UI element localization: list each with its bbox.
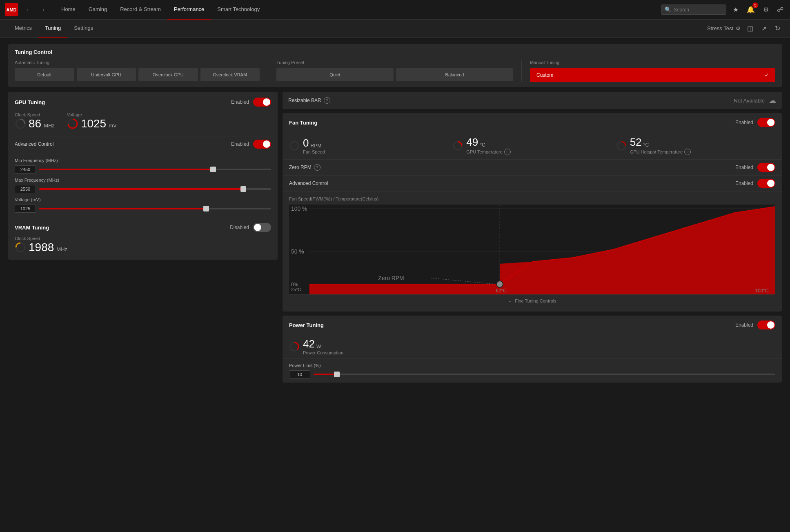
vram-panel-header: VRAM Tuning Disabled: [15, 223, 271, 232]
nav-gaming[interactable]: Gaming: [82, 0, 114, 20]
voltage-mv-slider-row: 1025: [15, 205, 271, 213]
voltage-mv-label: Voltage (mV): [15, 197, 271, 202]
export-icon[interactable]: ➚: [760, 23, 768, 34]
advanced-control-toggle[interactable]: [253, 140, 271, 149]
undervolt-gpu-btn[interactable]: Undervolt GPU: [77, 68, 136, 81]
vram-tuning-section: VRAM Tuning Disabled Clock Speed: [15, 217, 271, 254]
voltage-value-row: 1025 mV: [67, 117, 117, 130]
quiet-btn[interactable]: Quiet: [276, 68, 394, 81]
nav-record[interactable]: Record & Stream: [113, 0, 167, 20]
nav-smart[interactable]: Smart Technology: [211, 0, 266, 20]
fan-chart-svg: 100 % 50 % 0% 62°C 100°C 25°C Zero RPM: [289, 205, 775, 294]
fan-enabled-toggle[interactable]: [757, 118, 775, 127]
power-limit-value[interactable]: 10: [289, 370, 310, 378]
fan-adv-enabled-label: Enabled: [735, 180, 753, 186]
voltage-mv-thumb[interactable]: [203, 206, 209, 211]
min-freq-label: Min Frequency (MHz): [15, 158, 271, 163]
power-consumption-row: 42 W Power Consumption: [283, 334, 782, 359]
min-freq-thumb[interactable]: [210, 167, 216, 172]
refresh-icon[interactable]: ↻: [773, 23, 782, 34]
min-freq-track[interactable]: [39, 169, 271, 170]
voltage-mv-value[interactable]: 1025: [15, 205, 36, 213]
max-freq-track[interactable]: [39, 188, 271, 190]
overclock-vram-btn[interactable]: Overclock VRAM: [200, 68, 260, 81]
nav-items: Home Gaming Record & Stream Performance …: [55, 0, 661, 20]
search-input[interactable]: [674, 7, 723, 13]
tab-tuning[interactable]: Tuning: [38, 20, 67, 38]
main-content: Tuning Control Automatic Tuning Default …: [0, 38, 790, 389]
vram-enabled-toggle[interactable]: [253, 223, 271, 232]
tab-metrics[interactable]: Metrics: [8, 20, 38, 38]
svg-text:50 %: 50 %: [291, 248, 304, 255]
monitor-icon[interactable]: ◫: [745, 23, 755, 34]
clock-gauge: [15, 118, 26, 129]
default-btn[interactable]: Default: [15, 68, 74, 81]
gpu-tuning-panel: GPU Tuning Enabled Clock Speed: [8, 92, 278, 260]
gpu-enabled-toggle[interactable]: [253, 98, 271, 107]
zero-rpm-toggle[interactable]: [757, 163, 775, 172]
notifications-icon[interactable]: 🔔 5: [745, 4, 757, 15]
svg-text:25°C: 25°C: [291, 287, 301, 292]
stress-test-button[interactable]: Stress Test ⚙: [707, 25, 741, 31]
help-icon[interactable]: ☍: [775, 4, 785, 15]
advanced-enabled-label: Enabled: [231, 141, 249, 147]
nav-performance[interactable]: Performance: [167, 0, 211, 20]
checkmark-icon: ✓: [765, 72, 769, 78]
zero-rpm-info-icon[interactable]: ?: [314, 164, 320, 171]
resizable-bar-info-icon[interactable]: ?: [324, 97, 330, 104]
power-limit-track[interactable]: [314, 374, 775, 375]
svg-point-3: [290, 142, 298, 150]
gpu-hotspot-info-icon[interactable]: ?: [684, 149, 691, 155]
fan-panel-header: Fan Tuning Enabled: [283, 113, 782, 132]
cloud-icon: ☁: [769, 96, 776, 105]
voltage-mv-track[interactable]: [39, 208, 271, 209]
chevron-down-icon: ⌄: [508, 298, 512, 303]
svg-text:100°C: 100°C: [755, 288, 769, 294]
power-consumption-value: 42: [303, 338, 315, 350]
gpu-hotspot-metric: 52 °C GPU Hotspot Temperature ?: [616, 136, 775, 155]
stress-test-icon: ⚙: [736, 25, 741, 31]
power-enabled-label: Enabled: [735, 322, 753, 328]
gpu-temp-value-row: 49 °C: [466, 136, 510, 149]
favorites-icon[interactable]: ★: [731, 4, 740, 15]
back-button[interactable]: ←: [23, 4, 34, 15]
fan-chart-container[interactable]: 100 % 50 % 0% 62°C 100°C 25°C Zero RPM: [289, 205, 775, 294]
zero-rpm-left: Zero RPM ?: [289, 164, 320, 171]
fan-toggle-thumb: [767, 119, 774, 126]
settings-icon[interactable]: ⚙: [761, 4, 770, 15]
tab-settings[interactable]: Settings: [67, 20, 100, 38]
fan-adv-ctrl-toggle[interactable]: [757, 179, 775, 188]
min-freq-value[interactable]: 2450: [15, 165, 36, 174]
max-freq-value[interactable]: 2550: [15, 185, 36, 193]
power-consumption-unit: W: [316, 344, 321, 349]
power-limit-thumb[interactable]: [334, 372, 340, 377]
manual-tuning-label: Manual Tuning: [530, 60, 775, 65]
fan-adv-thumb: [767, 180, 774, 187]
voltage-mv-fill: [39, 208, 206, 209]
power-enabled-toggle[interactable]: [757, 321, 775, 329]
tuning-control-title: Tuning Control: [15, 49, 775, 55]
power-limit-fill: [314, 374, 337, 375]
fan-chart-section: Fan Speed(PWM(%)) / Temperature(Celsius): [283, 191, 782, 312]
balanced-btn[interactable]: Balanced: [396, 68, 513, 81]
gpu-hotspot-values: 52 °C GPU Hotspot Temperature ?: [630, 136, 691, 155]
resizable-bar-status: Not Available: [734, 98, 765, 104]
forward-button[interactable]: →: [37, 4, 48, 15]
stress-test-label: Stress Test: [707, 25, 733, 31]
overclock-gpu-btn[interactable]: Overclock GPU: [138, 68, 198, 81]
gpu-temp-info-icon[interactable]: ?: [504, 149, 511, 155]
voltage-metric: Voltage 1025 mV: [67, 112, 117, 130]
fine-tuning-bar[interactable]: ⌄ Fine Tuning Controls: [289, 294, 775, 307]
preset-buttons: Quiet Balanced: [276, 68, 513, 81]
max-freq-thumb[interactable]: [240, 186, 246, 192]
automatic-tuning-section: Automatic Tuning Default Undervolt GPU O…: [15, 60, 268, 82]
amd-logo: AMD: [5, 3, 18, 16]
search-box[interactable]: 🔍: [661, 4, 726, 15]
clock-voltage-row: Clock Speed 86 MHz Voltage: [15, 112, 271, 130]
vram-clock-label: Clock Speed: [15, 236, 271, 241]
advanced-enabled-group: Enabled: [231, 140, 271, 149]
content-row: GPU Tuning Enabled Clock Speed: [8, 92, 782, 383]
nav-home[interactable]: Home: [55, 0, 82, 20]
custom-btn[interactable]: Custom ✓: [530, 68, 775, 82]
power-limit-label: Power Limit (%): [289, 363, 775, 368]
